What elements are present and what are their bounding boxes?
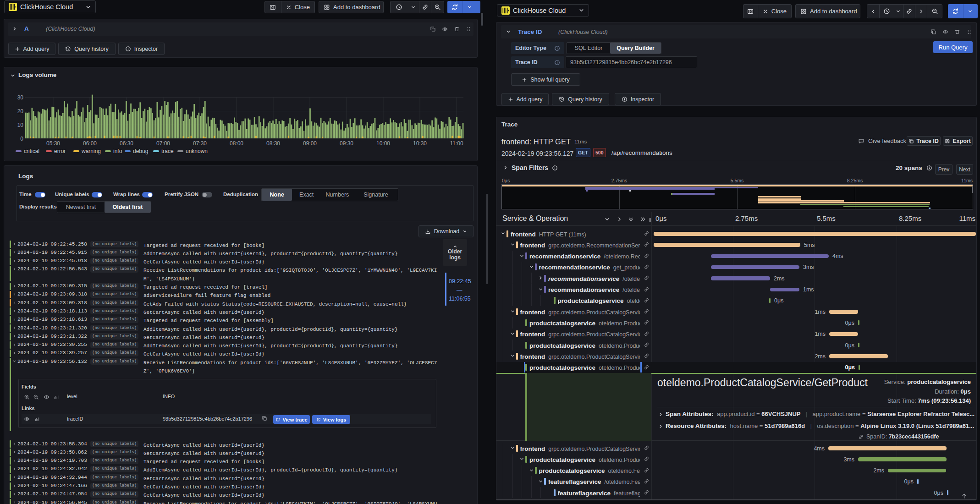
- svg-text:09:30: 09:30: [340, 140, 353, 147]
- svg-text:10:00: 10:00: [376, 140, 390, 147]
- svg-text:20: 20: [17, 108, 24, 115]
- svg-text:0: 0: [20, 136, 23, 142]
- svg-text:10:30: 10:30: [413, 140, 427, 147]
- svg-text:08:00: 08:00: [230, 140, 243, 147]
- svg-text:06:30: 06:30: [120, 140, 133, 147]
- svg-text:07:00: 07:00: [156, 140, 170, 147]
- svg-text:07:30: 07:30: [193, 140, 207, 147]
- svg-text:10: 10: [17, 122, 24, 128]
- svg-text:09:00: 09:00: [303, 140, 317, 147]
- svg-text:11:00: 11:00: [450, 140, 463, 147]
- svg-text:05:30: 05:30: [46, 140, 60, 147]
- svg-text:30: 30: [17, 94, 24, 101]
- svg-text:08:30: 08:30: [266, 140, 280, 147]
- svg-text:06:00: 06:00: [83, 140, 97, 147]
